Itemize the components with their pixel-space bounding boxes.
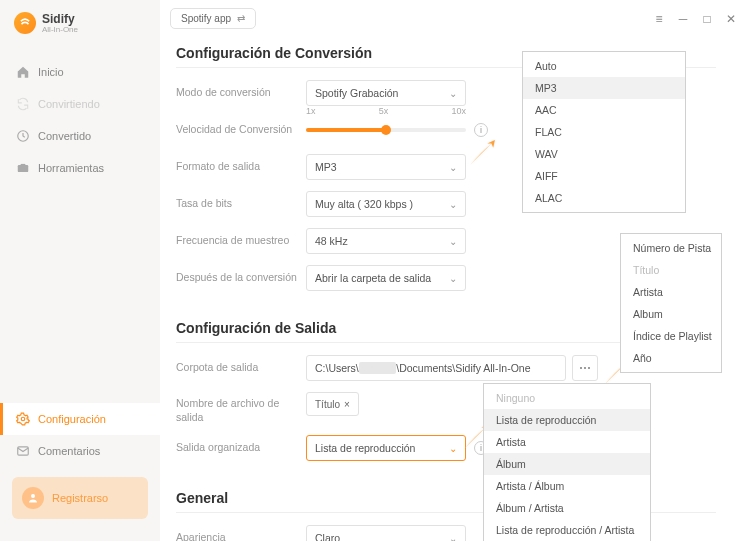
- select-mode[interactable]: Spotify Grabación⌄: [306, 80, 466, 106]
- minimize-button[interactable]: ─: [674, 10, 692, 28]
- organize-option[interactable]: Lista de reproducción: [484, 409, 650, 431]
- sidebar-item-home[interactable]: Inicio: [0, 56, 160, 88]
- browse-button[interactable]: ⋯: [572, 355, 598, 381]
- sidebar-item-feedback[interactable]: Comentarios: [0, 435, 160, 467]
- chip-remove-icon[interactable]: ×: [344, 399, 350, 410]
- organize-option[interactable]: Álbum: [484, 453, 650, 475]
- slider-thumb[interactable]: [381, 125, 391, 135]
- organize-option[interactable]: Artista / Álbum: [484, 475, 650, 497]
- register-label: Registrarso: [52, 492, 108, 504]
- label-appearance: Apariencia: [176, 531, 306, 541]
- svg-point-4: [31, 494, 35, 498]
- filename-dropdown[interactable]: Número de Pista Título Artista Album Índ…: [620, 233, 722, 373]
- chevron-down-icon: ⌄: [449, 88, 457, 99]
- filename-option[interactable]: Album: [621, 303, 721, 325]
- chevron-down-icon: ⌄: [449, 236, 457, 247]
- format-option[interactable]: MP3: [523, 77, 685, 99]
- label-after: Después de la conversión: [176, 271, 306, 285]
- sidebar-item-label: Comentarios: [38, 445, 100, 457]
- sidebar-spacer: [0, 184, 160, 399]
- sidebar-item-label: Configuración: [38, 413, 106, 425]
- brand-subtitle: All-In-One: [42, 25, 78, 34]
- select-format[interactable]: MP3⌄: [306, 154, 466, 180]
- folder-input[interactable]: C:\Users\xxxxxx\Documents\Sidify All-In-…: [306, 355, 566, 381]
- organize-option[interactable]: Artista: [484, 431, 650, 453]
- redacted: xxxxxx: [359, 362, 397, 374]
- organize-option[interactable]: Ninguno: [484, 387, 650, 409]
- home-icon: [16, 65, 30, 79]
- slider-fill: [306, 128, 386, 132]
- sidebar-item-label: Convertido: [38, 130, 91, 142]
- sidebar-item-converting[interactable]: Convirtiendo: [0, 88, 160, 120]
- format-option[interactable]: AAC: [523, 99, 685, 121]
- close-button[interactable]: ✕: [722, 10, 740, 28]
- chevron-down-icon: ⌄: [449, 199, 457, 210]
- svg-rect-1: [18, 165, 29, 172]
- label-sample: Frecuencia de muestreo: [176, 234, 306, 248]
- label-bitrate: Tasa de bits: [176, 197, 306, 211]
- organize-option[interactable]: Álbum / Artista: [484, 497, 650, 519]
- app-root: Sidify All-In-One Inicio Convirtiendo Co…: [0, 0, 750, 541]
- label-mode: Modo de conversión: [176, 86, 306, 100]
- swap-icon: ⇄: [237, 13, 245, 24]
- sidebar-item-tools[interactable]: Horramientas: [0, 152, 160, 184]
- slider-track: [306, 128, 466, 132]
- select-after[interactable]: Abrir la carpeta de salida⌄: [306, 265, 466, 291]
- label-format: Formato de salida: [176, 160, 306, 174]
- filename-option[interactable]: Año: [621, 347, 721, 369]
- filename-option: Título: [621, 259, 721, 281]
- spotify-app-label: Spotify app: [181, 13, 231, 24]
- label-speed: Velocidad de Conversión: [176, 123, 306, 137]
- logo-icon: [14, 12, 36, 34]
- organize-dropdown[interactable]: Ninguno Lista de reproducción Artista Ál…: [483, 383, 651, 541]
- label-organize: Salida organizada: [176, 441, 306, 455]
- content: Configuración de Conversión Modo de conv…: [160, 37, 750, 541]
- info-icon[interactable]: i: [474, 123, 488, 137]
- gear-icon: [16, 412, 30, 426]
- logo-block: Sidify All-In-One: [0, 12, 160, 52]
- organize-option[interactable]: Lista de reproducción / Artista: [484, 519, 650, 541]
- format-option[interactable]: FLAC: [523, 121, 685, 143]
- spotify-app-button[interactable]: Spotify app ⇄: [170, 8, 256, 29]
- converted-icon: [16, 129, 30, 143]
- sidebar: Sidify All-In-One Inicio Convirtiendo Co…: [0, 0, 160, 541]
- chevron-down-icon: ⌄: [449, 162, 457, 173]
- filename-option[interactable]: Índice de Playlist: [621, 325, 721, 347]
- sidebar-item-label: Horramientas: [38, 162, 104, 174]
- label-filename: Nombre de archivo de salida: [176, 392, 306, 424]
- chevron-down-icon: ⌄: [449, 443, 457, 454]
- select-organize[interactable]: Lista de reproducción⌄: [306, 435, 466, 461]
- format-option[interactable]: WAV: [523, 143, 685, 165]
- mail-icon: [16, 444, 30, 458]
- label-folder: Corpota de salida: [176, 361, 306, 375]
- register-button[interactable]: Registrarso: [12, 477, 148, 519]
- sidebar-item-converted[interactable]: Convertido: [0, 120, 160, 152]
- maximize-button[interactable]: □: [698, 10, 716, 28]
- format-dropdown[interactable]: Auto MP3 AAC FLAC WAV AIFF ALAC: [522, 51, 686, 213]
- filename-option[interactable]: Número de Pista: [621, 237, 721, 259]
- svg-point-2: [21, 417, 25, 421]
- tools-icon: [16, 161, 30, 175]
- format-option[interactable]: AIFF: [523, 165, 685, 187]
- sidebar-item-settings[interactable]: Configuración: [0, 403, 160, 435]
- select-bitrate[interactable]: Muy alta ( 320 kbps )⌄: [306, 191, 466, 217]
- format-option[interactable]: ALAC: [523, 187, 685, 209]
- nav-main: Inicio Convirtiendo Convertido Horramien…: [0, 56, 160, 184]
- select-appearance[interactable]: Claro⌄: [306, 525, 466, 541]
- filename-chip[interactable]: Título×: [306, 392, 359, 416]
- topbar: Spotify app ⇄ ≡ ─ □ ✕: [160, 0, 750, 37]
- converting-icon: [16, 97, 30, 111]
- brand-title: Sidify: [42, 13, 78, 25]
- chevron-down-icon: ⌄: [449, 533, 457, 541]
- chevron-down-icon: ⌄: [449, 273, 457, 284]
- select-sample[interactable]: 48 kHz⌄: [306, 228, 466, 254]
- format-option[interactable]: Auto: [523, 55, 685, 77]
- main: Spotify app ⇄ ≡ ─ □ ✕ Configuración de C…: [160, 0, 750, 541]
- user-icon: [22, 487, 44, 509]
- sidebar-item-label: Convirtiendo: [38, 98, 100, 110]
- menu-icon[interactable]: ≡: [650, 10, 668, 28]
- speed-slider[interactable]: 1x5x10x: [306, 117, 466, 143]
- sidebar-item-label: Inicio: [38, 66, 64, 78]
- filename-option[interactable]: Artista: [621, 281, 721, 303]
- nav-bottom: Configuración Comentarios: [0, 403, 160, 467]
